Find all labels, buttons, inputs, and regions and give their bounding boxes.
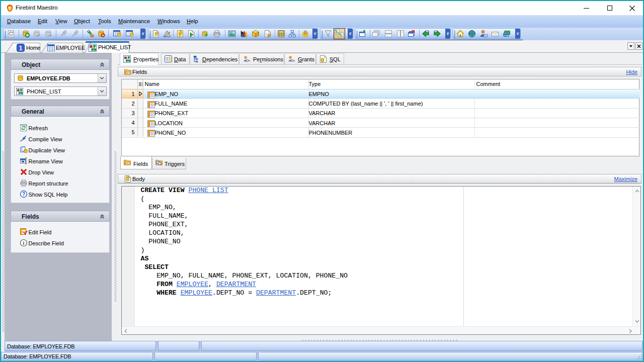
svg-text:?: ?	[22, 192, 25, 197]
svg-text:i: i	[23, 240, 25, 246]
svg-text:1: 1	[19, 45, 23, 52]
